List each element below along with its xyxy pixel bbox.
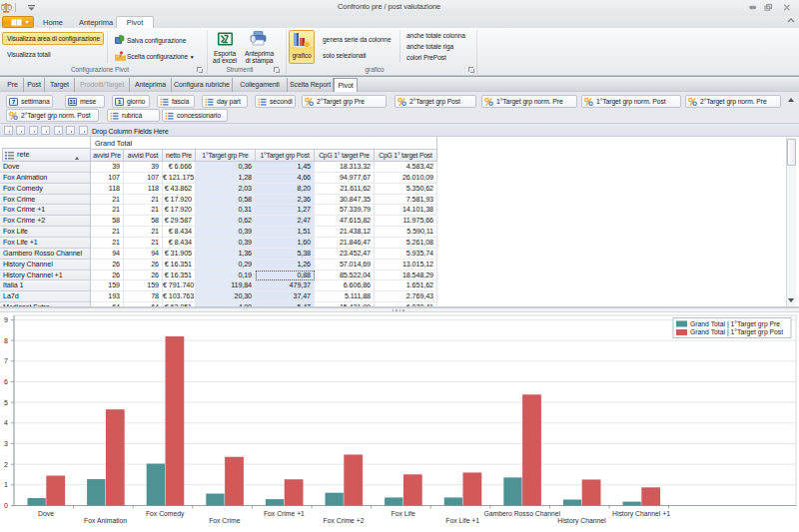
svg-text:1: 1 (4, 481, 8, 488)
svg-text:3: 3 (4, 440, 8, 447)
svg-text:Fox Animation: Fox Animation (84, 517, 127, 524)
svg-text:Fox Crime +2: Fox Crime +2 (324, 517, 365, 524)
svg-text:5: 5 (4, 399, 8, 406)
svg-text:History Channel +1: History Channel +1 (612, 510, 670, 518)
svg-text:Fox Life: Fox Life (392, 510, 415, 517)
svg-text:0: 0 (4, 502, 8, 509)
svg-text:Fox Crime +1: Fox Crime +1 (264, 510, 305, 517)
svg-text:Gambero Rosso Channel: Gambero Rosso Channel (483, 510, 560, 517)
svg-text:Grand Total | 1°Target grp Pre: Grand Total | 1°Target grp Pre (690, 320, 780, 328)
svg-text:7: 7 (4, 357, 8, 364)
svg-text:Dove: Dove (38, 510, 54, 517)
svg-text:6: 6 (4, 378, 8, 385)
svg-text:History Channel: History Channel (557, 517, 606, 525)
svg-text:Fox Crime: Fox Crime (209, 517, 241, 524)
svg-text:Grand Total | 1°Target grp Pos: Grand Total | 1°Target grp Post (690, 328, 783, 336)
svg-text:Fox Life +1: Fox Life +1 (445, 517, 479, 524)
svg-text:8: 8 (4, 337, 8, 344)
svg-text:2: 2 (4, 461, 8, 468)
svg-text:9: 9 (4, 316, 8, 323)
svg-text:4: 4 (4, 419, 8, 426)
svg-text:Fox Comedy: Fox Comedy (146, 510, 185, 518)
